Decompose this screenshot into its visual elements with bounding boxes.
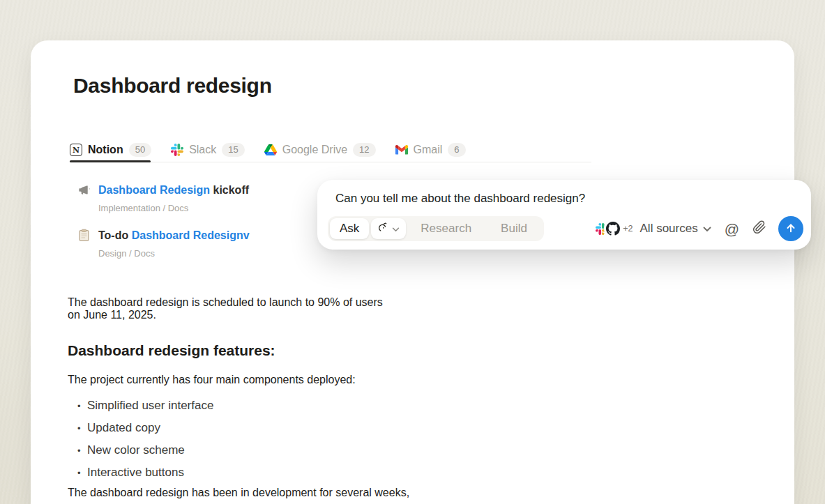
connected-sources[interactable]: +2 xyxy=(593,221,633,236)
clipboard-icon xyxy=(77,229,91,242)
ai-chat-input-box[interactable]: Can you tell me about the dashboard rede… xyxy=(317,180,811,250)
notion-icon: N xyxy=(70,144,82,156)
bullet-item: Updated copy xyxy=(68,417,213,439)
result-title-suffix: kickoff xyxy=(210,184,249,196)
tab-google-drive[interactable]: Google Drive 12 xyxy=(264,138,376,162)
tab-label: Notion xyxy=(88,144,123,156)
chevron-down-icon xyxy=(392,222,400,235)
all-sources-label: All sources xyxy=(640,222,698,236)
bullet-item: Interactive buttons xyxy=(68,461,213,484)
github-source-icon xyxy=(605,221,621,236)
bullet-item: New color scheme xyxy=(68,439,213,461)
doc-paragraph-development: The dashboard redesign has been in devel… xyxy=(68,487,409,499)
doc-line: on June 11, 2025. xyxy=(68,309,156,321)
doc-line: The dashboard redesign is scheduled to l… xyxy=(68,296,383,308)
at-icon: @ xyxy=(725,222,739,236)
result-breadcrumb: Design / Docs xyxy=(98,248,250,259)
megaphone-icon xyxy=(77,183,91,197)
send-button[interactable] xyxy=(778,216,803,241)
tab-count-badge: 15 xyxy=(222,143,244,157)
result-row[interactable]: To-do Dashboard Redesignv xyxy=(77,229,250,242)
ask-mode-button[interactable]: Ask xyxy=(330,218,369,239)
extra-sources-count: +2 xyxy=(623,224,633,234)
result-link[interactable]: Dashboard Redesignv xyxy=(132,229,250,241)
tab-slack[interactable]: Slack 15 xyxy=(171,138,245,162)
chat-controls: Ask Research Build +2 xyxy=(328,216,803,241)
main-card: Dashboard redesign N Notion 50 Slack 15 … xyxy=(31,40,794,504)
slack-icon xyxy=(171,144,183,156)
research-mode-button[interactable]: Research xyxy=(406,222,486,236)
active-tab-underline xyxy=(70,160,151,162)
paperclip-icon xyxy=(752,220,766,237)
result-title-prefix: To-do xyxy=(98,229,132,241)
bullet-item: Simplified user interface xyxy=(68,395,213,417)
ai-face-icon xyxy=(377,222,388,236)
tab-gmail[interactable]: Gmail 6 xyxy=(395,138,466,162)
tab-notion[interactable]: N Notion 50 xyxy=(70,138,151,162)
source-tabs: N Notion 50 Slack 15 Google Drive 12 Gma… xyxy=(70,138,466,162)
tab-label: Slack xyxy=(189,144,216,156)
feature-bullet-list: Simplified user interface Updated copy N… xyxy=(68,395,213,484)
search-result-todo: To-do Dashboard Redesignv Design / Docs xyxy=(77,229,250,259)
doc-paragraph-components: The project currently has four main comp… xyxy=(68,374,356,386)
all-sources-selector[interactable]: All sources xyxy=(640,222,711,236)
arrow-up-icon xyxy=(785,222,797,236)
chat-input[interactable]: Can you tell me about the dashboard rede… xyxy=(335,192,585,206)
tab-label: Google Drive xyxy=(282,144,347,156)
google-drive-icon xyxy=(264,144,277,156)
result-title: To-do Dashboard Redesignv xyxy=(98,229,250,242)
attach-file-button[interactable] xyxy=(752,220,766,237)
tab-count-badge: 6 xyxy=(448,143,465,157)
result-title: Dashboard Redesign kickoff xyxy=(98,184,249,197)
ai-model-dropdown[interactable] xyxy=(371,218,406,239)
result-breadcrumb: Implementation / Docs xyxy=(98,203,249,213)
tab-label: Gmail xyxy=(414,144,443,156)
page-title: Dashboard redesign xyxy=(73,74,272,98)
doc-heading-features: Dashboard redesign features: xyxy=(68,342,275,359)
chat-right-controls: +2 All sources @ xyxy=(593,216,803,241)
chevron-down-icon xyxy=(703,222,711,236)
doc-paragraph-launch: The dashboard redesign is scheduled to l… xyxy=(68,296,383,321)
search-result-kickoff: Dashboard Redesign kickoff Implementatio… xyxy=(77,183,249,213)
tab-count-badge: 50 xyxy=(129,143,151,157)
mode-segmented-control: Ask Research Build xyxy=(328,216,544,241)
build-mode-button[interactable]: Build xyxy=(486,222,542,236)
mention-button[interactable]: @ xyxy=(725,222,739,236)
tab-count-badge: 12 xyxy=(353,143,375,157)
result-row[interactable]: Dashboard Redesign kickoff xyxy=(77,183,249,197)
result-link[interactable]: Dashboard Redesign xyxy=(98,184,210,196)
gmail-icon xyxy=(395,144,408,156)
